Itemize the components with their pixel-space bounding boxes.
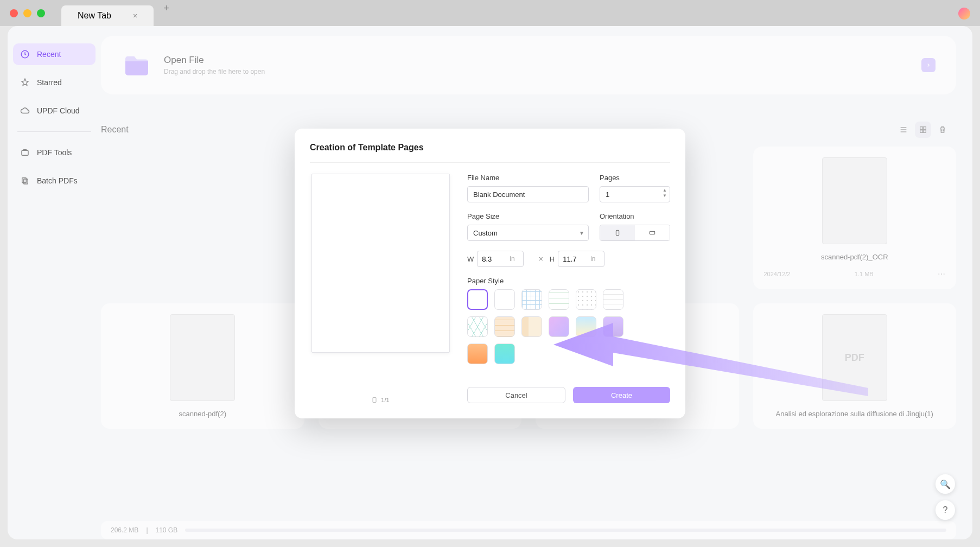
storage-sep: | <box>146 526 148 534</box>
svg-rect-9 <box>616 230 619 235</box>
paper-style-swatch[interactable] <box>494 344 515 364</box>
sidebar-item-label: Batch PDFs <box>37 176 78 185</box>
svg-rect-7 <box>924 130 926 133</box>
help-icon: ? <box>943 505 948 515</box>
paper-style-swatch[interactable] <box>576 289 596 310</box>
folder-icon <box>122 50 152 80</box>
sidebar-item-label: UPDF Cloud <box>37 106 80 115</box>
doc-meta: 2024/12/2 1.1 MB ⋯ <box>764 270 946 278</box>
svg-rect-8 <box>373 398 376 403</box>
close-window-button[interactable] <box>10 9 18 17</box>
paper-style-swatch[interactable] <box>603 289 623 310</box>
row-size-orient: Page Size Custom ▼ Orientation <box>467 212 670 241</box>
avatar[interactable] <box>958 8 970 20</box>
search-icon: 🔍 <box>940 479 951 489</box>
minimize-window-button[interactable] <box>23 9 31 17</box>
sidebar-item-label: Recent <box>37 50 61 59</box>
star-icon <box>20 77 30 88</box>
open-file-title: Open File <box>164 55 265 66</box>
svg-rect-10 <box>650 231 654 234</box>
view-switch <box>895 122 951 138</box>
paper-style-swatch[interactable] <box>549 289 569 310</box>
template-modal: Creation of Template Pages 1/1 File Name <box>295 129 685 418</box>
tab-title: New Tab <box>78 11 111 21</box>
paper-style-swatch[interactable] <box>494 289 515 310</box>
paper-style-swatch[interactable] <box>467 316 488 337</box>
paper-style-swatch[interactable] <box>603 316 623 337</box>
pages-spinner: ▲ ▼ <box>661 188 668 199</box>
zoom-window-button[interactable] <box>37 9 45 17</box>
storage-used: 206.2 MB <box>111 526 138 534</box>
paper-style-label: Paper Style <box>467 277 670 285</box>
svg-rect-4 <box>920 127 923 130</box>
paper-style-swatch[interactable] <box>521 289 542 310</box>
new-tab-button[interactable]: + <box>159 3 174 23</box>
storage-bar: 206.2 MB | 110 GB <box>101 521 956 539</box>
tools-icon <box>20 147 30 158</box>
paper-style-swatch[interactable] <box>549 316 569 337</box>
sidebar: Recent Starred UPDF Cloud PDF Tools Bat <box>8 26 101 539</box>
storage-track <box>185 529 946 532</box>
sidebar-item-label: PDF Tools <box>37 148 72 157</box>
tab-new-tab[interactable]: New Tab × <box>61 5 154 26</box>
landscape-button[interactable] <box>635 225 670 240</box>
window-chrome: New Tab × + <box>0 0 980 26</box>
search-button[interactable]: 🔍 <box>936 474 955 494</box>
recent-heading: Recent <box>101 125 129 135</box>
width-input[interactable] <box>477 251 524 267</box>
orientation-label: Orientation <box>600 212 670 220</box>
doc-title: scanned-pdf(2) <box>179 410 226 418</box>
paper-style-swatch[interactable] <box>467 344 488 364</box>
clock-icon <box>20 49 30 60</box>
svg-rect-5 <box>924 127 926 130</box>
height-input[interactable] <box>558 251 604 267</box>
doc-title: Analisi ed esplorazione sulla diffusione… <box>776 410 933 418</box>
form-column: File Name Pages ▲ ▼ <box>467 174 670 403</box>
help-button[interactable]: ? <box>936 500 955 520</box>
sidebar-item-pdf-tools[interactable]: PDF Tools <box>13 142 96 163</box>
delete-button[interactable] <box>934 122 951 138</box>
preview-footer: 1/1 <box>371 389 389 403</box>
modal-actions: Cancel Create <box>467 387 670 403</box>
sidebar-item-batch-pdfs[interactable]: Batch PDFs <box>13 170 96 192</box>
portrait-button[interactable] <box>600 225 635 240</box>
modal-body: 1/1 File Name Pages ▲ <box>310 174 670 403</box>
modal-title: Creation of Template Pages <box>310 143 670 152</box>
spin-down-icon[interactable]: ▼ <box>661 194 668 199</box>
pages-input[interactable] <box>600 186 670 202</box>
paper-style-swatch[interactable] <box>576 316 596 337</box>
pages-label: Pages <box>600 174 670 182</box>
cloud-icon <box>20 105 30 116</box>
storage-total: 110 GB <box>156 526 178 534</box>
list-view-button[interactable] <box>895 122 912 138</box>
paper-style-grid <box>467 289 670 364</box>
dimensions-row: W in × H in <box>467 251 670 267</box>
more-icon[interactable]: ⋯ <box>938 270 945 278</box>
pdf-icon: PDF <box>822 314 887 401</box>
paper-style-swatch[interactable] <box>467 289 488 310</box>
sidebar-item-recent[interactable]: Recent <box>13 43 96 65</box>
page-size-select[interactable]: Custom <box>467 225 589 241</box>
open-file-text: Open File Drag and drop the file here to… <box>164 55 265 75</box>
doc-thumbnail <box>822 157 887 244</box>
cancel-button[interactable]: Cancel <box>467 387 565 403</box>
file-name-label: File Name <box>467 174 589 182</box>
file-name-input[interactable] <box>467 186 589 202</box>
sidebar-item-label: Starred <box>37 78 62 87</box>
doc-card[interactable]: scanned-pdf(2)_OCR 2024/12/2 1.1 MB ⋯ <box>753 147 957 289</box>
grid-view-button[interactable] <box>915 122 931 138</box>
paper-style-swatch[interactable] <box>521 316 542 337</box>
page-icon <box>371 397 378 403</box>
close-tab-icon[interactable]: × <box>133 11 137 20</box>
doc-card[interactable]: scanned-pdf(2) <box>101 303 304 429</box>
doc-card[interactable]: PDF Analisi ed esplorazione sulla diffus… <box>753 303 957 429</box>
sidebar-item-updf-cloud[interactable]: UPDF Cloud <box>13 100 96 122</box>
sidebar-item-starred[interactable]: Starred <box>13 72 96 93</box>
create-button[interactable]: Create <box>573 387 670 403</box>
open-file-arrow-button[interactable] <box>921 58 936 72</box>
paper-style-swatch[interactable] <box>494 316 515 337</box>
preview-counter: 1/1 <box>381 397 389 403</box>
open-file-card[interactable]: Open File Drag and drop the file here to… <box>101 36 956 94</box>
batch-icon <box>20 175 30 186</box>
svg-rect-1 <box>22 150 28 155</box>
